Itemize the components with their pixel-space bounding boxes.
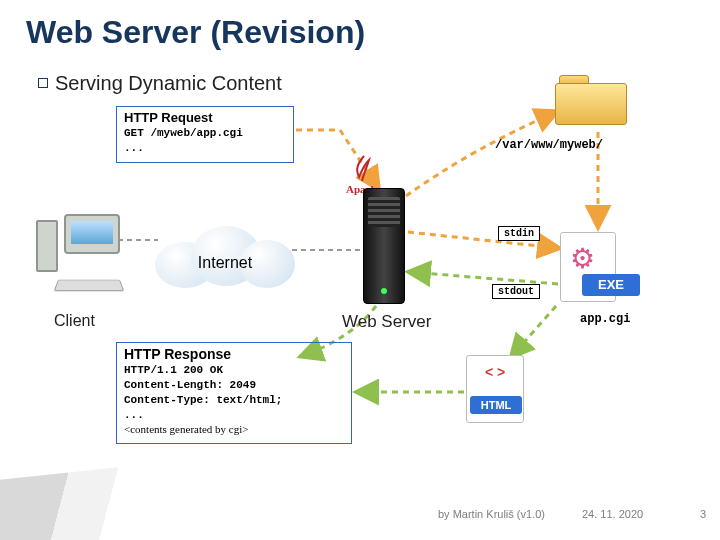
section-heading: Serving Dynamic Content [38,72,282,95]
http-response-title: HTTP Response [117,343,351,363]
page-title: Web Server (Revision) [0,0,720,51]
exe-badge: EXE [582,274,640,296]
server-icon [363,188,405,304]
decorative-wedge [0,463,158,540]
http-request-title: HTTP Request [117,107,293,126]
http-response-box: HTTP Response HTTP/1.1 200 OK Content-Le… [116,342,352,444]
http-response-body-note: <contents generated by cgi> [124,422,344,437]
html-file-icon: HTML [466,355,524,423]
internet-cloud-icon: Internet [155,220,295,296]
client-label: Client [54,312,95,330]
folder-icon [555,75,627,125]
executable-icon: ⚙ EXE [560,232,642,304]
http-response-ellipsis: ... [124,408,344,423]
app-filename: app.cgi [580,312,630,326]
svg-line-4 [410,272,558,284]
http-response-header: Content-Length: 2049 [124,378,344,393]
internet-label: Internet [155,254,295,272]
gear-icon: ⚙ [570,242,595,275]
webserver-label: Web Server [342,312,431,332]
http-request-line: GET /myweb/app.cgi [124,126,286,141]
footer-author: by Martin Kruliš (v1.0) [438,508,545,520]
http-request-ellipsis: ... [124,141,286,156]
bullet-square-icon [38,78,48,88]
http-response-header: Content-Type: text/html; [124,393,344,408]
footer-page-number: 3 [700,508,706,520]
stdout-label: stdout [492,284,540,299]
html-badge: HTML [470,396,522,414]
svg-line-5 [512,306,556,356]
filesystem-path: /var/www/myweb/ [495,138,603,152]
http-response-status: HTTP/1.1 200 OK [124,363,344,378]
stdin-label: stdin [498,226,540,241]
client-pc-icon [36,214,122,292]
http-request-box: HTTP Request GET /myweb/app.cgi ... [116,106,294,163]
footer-date: 24. 11. 2020 [582,508,643,520]
